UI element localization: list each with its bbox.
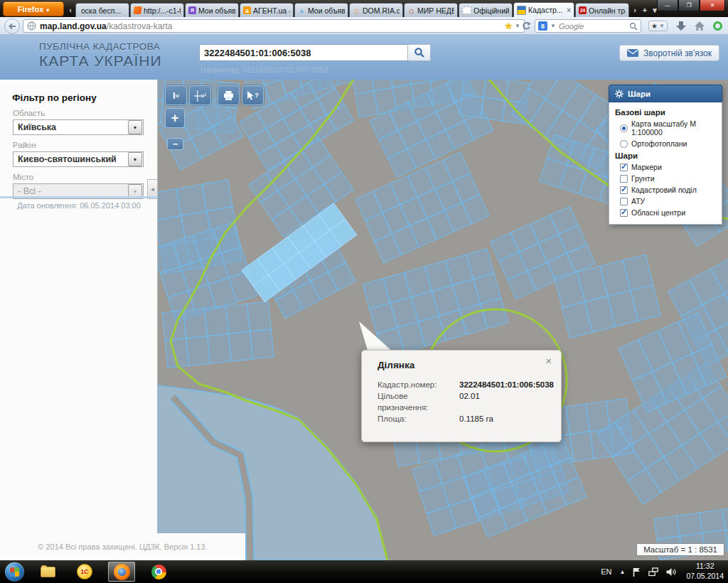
volume-icon[interactable] xyxy=(666,567,676,577)
dropdown-arrow-icon[interactable] xyxy=(128,120,142,134)
search-bar[interactable]: Google xyxy=(535,19,641,33)
browser-tab-active[interactable]: Кадастр...× xyxy=(513,2,574,17)
taskbar-chrome-button[interactable] xyxy=(145,562,172,582)
downloads-button[interactable] xyxy=(676,21,686,31)
tv24-icon xyxy=(579,6,587,14)
checkbox-checked-icon[interactable] xyxy=(620,209,628,217)
popup-row: Кадастр.номер:3222484501:01:006:5038 xyxy=(378,379,561,390)
language-indicator[interactable]: EN xyxy=(601,567,611,576)
site-logo[interactable]: ПУБЛІЧНА КАДАСТРОВА КАРТА УКРАЇНИ xyxy=(39,41,162,70)
dropdown-arrow-icon[interactable] xyxy=(128,152,142,166)
tab-close-button[interactable]: × xyxy=(567,6,571,14)
chevron-down-icon[interactable] xyxy=(550,23,556,29)
firefox-menu-button[interactable]: Firefox xyxy=(3,1,64,16)
search-engine-icon[interactable] xyxy=(538,21,547,31)
map-toolbar: Iм ┼м² xyxy=(165,85,266,105)
back-button[interactable] xyxy=(4,18,20,34)
checkbox-icon[interactable] xyxy=(620,175,628,183)
taskbar-explorer-button[interactable] xyxy=(34,562,61,582)
feedback-button[interactable]: Зворотній зв'язок xyxy=(619,45,719,61)
window-controls xyxy=(657,0,725,11)
rayon-select[interactable]: Києво-святошинський xyxy=(13,151,144,167)
system-tray: EN 11:32 07.05.2014 xyxy=(601,562,728,581)
base-layers-title: Базові шари xyxy=(615,108,716,117)
print-button[interactable] xyxy=(218,85,240,105)
layer-option[interactable]: АТУ xyxy=(615,196,716,207)
chrome-icon xyxy=(151,565,166,579)
hidden-icons-button[interactable] xyxy=(620,569,626,575)
browser-tab[interactable]: Офіційний ... xyxy=(459,3,513,17)
bookmarks-menu-button[interactable] xyxy=(648,21,668,31)
checkbox-icon[interactable] xyxy=(620,198,628,205)
filter-title: Фільтр по регіону xyxy=(12,92,157,103)
firefox-icon xyxy=(114,564,130,580)
oblast-label: Область xyxy=(13,109,157,117)
star-icon xyxy=(651,22,658,30)
browser-tab[interactable]: МИР НЕДВ... xyxy=(404,3,458,17)
reload-button[interactable] xyxy=(520,20,532,31)
browser-tab[interactable]: http:/...-c1-t5 xyxy=(130,3,184,17)
zoom-in-button[interactable]: + xyxy=(165,108,185,128)
taskbar-clock[interactable]: 11:32 07.05.2014 xyxy=(686,562,724,581)
copyright-text: © 2014 Всі права захищені. ЦДЗК. Версія … xyxy=(0,533,245,560)
layer-option[interactable]: Маркери xyxy=(615,161,716,173)
zoom-out-button[interactable]: − xyxy=(167,138,183,150)
radio-selected-icon[interactable] xyxy=(620,124,628,132)
tab-scroll-left-button[interactable]: ‹ xyxy=(65,4,75,16)
browser-tab[interactable]: АГЕНТ.ua - ... xyxy=(240,3,294,17)
popup-row: Площа:0.1185 га xyxy=(378,413,561,424)
cadastral-number-input[interactable] xyxy=(199,44,410,61)
windows-taskbar: 1С EN 11:32 07.05.2014 xyxy=(0,560,728,583)
oblast-select[interactable]: Київська xyxy=(13,119,144,135)
layer-option[interactable]: Грунти xyxy=(615,173,716,184)
browser-tab[interactable]: Мои объяв... xyxy=(185,3,239,17)
checkbox-checked-icon[interactable] xyxy=(620,186,628,194)
close-window-button[interactable] xyxy=(700,0,725,11)
back-arrow-icon xyxy=(8,23,16,30)
bookmark-star-icon[interactable] xyxy=(504,21,513,31)
home-button[interactable] xyxy=(695,21,705,31)
region-filter-sidebar: Фільтр по регіону Область Київська Район… xyxy=(0,80,158,560)
measure-length-button[interactable]: Iм xyxy=(165,85,187,105)
new-tab-button[interactable]: + xyxy=(640,4,650,16)
popup-row: Цільове призначення:02.01 xyxy=(378,390,561,413)
addon-icon[interactable] xyxy=(713,21,722,31)
network-icon[interactable] xyxy=(648,567,658,577)
start-button[interactable] xyxy=(5,562,24,582)
house-icon xyxy=(407,6,415,14)
site-header: ПУБЛІЧНА КАДАСТРОВА КАРТА УКРАЇНИ Наприк… xyxy=(0,34,728,80)
popup-close-button[interactable]: × xyxy=(545,355,552,367)
layer-option[interactable]: Кадастровий поділ xyxy=(615,184,716,196)
clock-date: 07.05.2014 xyxy=(686,572,724,582)
radio-icon[interactable] xyxy=(620,140,628,148)
misto-label: Місто xyxy=(13,173,157,181)
url-text: map.land.gov.ua/kadastrova-karta xyxy=(40,21,173,31)
arrow-up-icon xyxy=(298,6,306,14)
browser-tab[interactable]: Мои объяв... xyxy=(294,3,348,17)
identify-button[interactable] xyxy=(242,85,264,105)
browser-tab[interactable]: Онлайн тра... xyxy=(575,3,629,17)
browser-tab[interactable]: оска бесп... xyxy=(75,3,129,17)
maximize-button[interactable] xyxy=(678,0,700,11)
search-engine-name: Google xyxy=(559,22,584,31)
minimize-button[interactable] xyxy=(657,0,678,11)
layers-panel-header[interactable]: Шари xyxy=(609,85,722,102)
printer-icon xyxy=(223,91,234,100)
classifieds-icon xyxy=(188,6,196,14)
url-bar[interactable]: map.land.gov.ua/kadastrova-karta xyxy=(23,19,525,33)
measure-area-button[interactable]: ┼м² xyxy=(189,85,211,105)
browser-tab[interactable]: DOM.RIA.c... xyxy=(349,3,403,17)
checkbox-checked-icon[interactable] xyxy=(620,164,628,171)
windows-logo-icon xyxy=(10,567,19,577)
taskbar-firefox-button[interactable] xyxy=(108,562,135,582)
taskbar-1c-button[interactable]: 1С xyxy=(71,562,98,582)
base-layer-option[interactable]: Ортофотоплани xyxy=(615,138,716,149)
globe-icon xyxy=(27,21,36,31)
tab-scroll-right-button[interactable]: › xyxy=(630,4,640,16)
map-search-button[interactable] xyxy=(407,44,431,61)
search-hint: Наприклад: 3221655100:01:047:0052 xyxy=(200,65,328,74)
layer-option[interactable]: Обласні центри xyxy=(615,207,716,218)
base-layer-option[interactable]: Карта масштабу М 1:100000 xyxy=(615,118,716,138)
action-center-flag-icon[interactable] xyxy=(633,567,641,577)
search-icon[interactable] xyxy=(629,22,638,31)
